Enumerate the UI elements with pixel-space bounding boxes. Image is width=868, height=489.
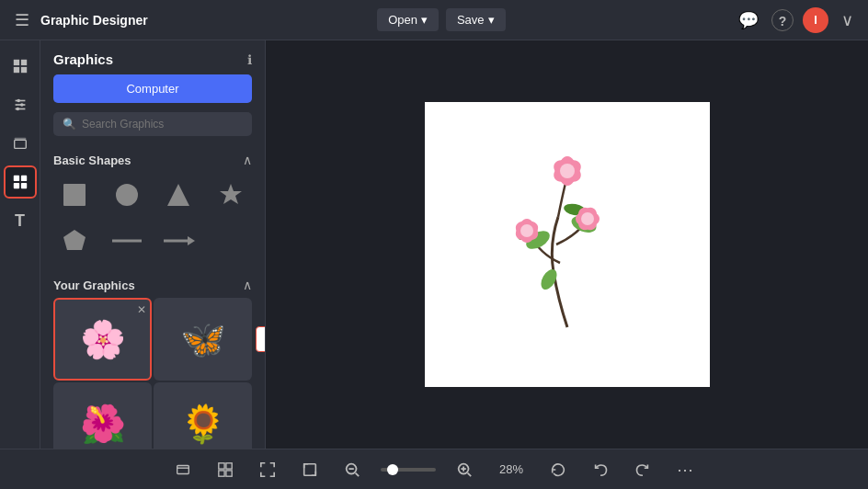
undo-button[interactable] bbox=[587, 458, 614, 482]
svg-rect-12 bbox=[13, 176, 18, 181]
graphics-panel: Graphics ℹ Computer 🔍 Basic Shapes ∧ bbox=[40, 40, 266, 449]
svg-point-17 bbox=[116, 184, 138, 206]
svg-rect-46 bbox=[226, 470, 232, 475]
svg-rect-0 bbox=[13, 60, 18, 65]
panel-title: Graphics bbox=[53, 51, 113, 67]
search-input[interactable] bbox=[82, 118, 243, 131]
more-bottom-button[interactable]: ⋯ bbox=[671, 456, 699, 483]
svg-rect-2 bbox=[13, 67, 18, 73]
svg-rect-1 bbox=[20, 60, 26, 65]
reset-button[interactable] bbox=[544, 458, 572, 482]
shapes-grid bbox=[40, 173, 265, 270]
icon-sidebar: T bbox=[0, 40, 40, 449]
panel-header: Graphics ℹ bbox=[40, 40, 265, 74]
shape-circle[interactable] bbox=[106, 176, 149, 213]
more-options-button[interactable]: ∨ bbox=[838, 6, 857, 34]
svg-rect-45 bbox=[219, 470, 224, 475]
svg-marker-23 bbox=[188, 236, 195, 245]
svg-rect-13 bbox=[20, 176, 26, 181]
svg-point-9 bbox=[16, 108, 19, 111]
svg-point-36 bbox=[520, 224, 533, 237]
shape-star[interactable] bbox=[210, 176, 253, 213]
user-avatar[interactable]: I bbox=[803, 7, 828, 33]
canvas-area bbox=[266, 40, 868, 449]
graphic-item-4[interactable]: 🌻 bbox=[154, 382, 252, 449]
search-bar: 🔍 bbox=[53, 112, 252, 136]
sidebar-icon-sliders[interactable] bbox=[4, 88, 37, 121]
sidebar-icon-text[interactable]: T bbox=[4, 204, 37, 237]
svg-rect-44 bbox=[226, 462, 232, 468]
svg-rect-14 bbox=[13, 183, 18, 188]
topbar-center: Open ▾ Save ▾ bbox=[377, 8, 505, 31]
app-title: Graphic Designer bbox=[40, 13, 148, 28]
shape-arrow[interactable] bbox=[157, 222, 200, 259]
your-graphics-title: Your Graphics bbox=[53, 279, 135, 292]
your-graphics-header: Your Graphics ∧ bbox=[40, 270, 265, 298]
graphic-item-2[interactable]: 🦋 Drag or Double Click bbox=[154, 298, 252, 381]
svg-line-49 bbox=[356, 472, 360, 476]
chat-button[interactable]: 💬 bbox=[735, 6, 762, 34]
shape-line[interactable] bbox=[106, 222, 149, 259]
sidebar-icon-graphics[interactable] bbox=[4, 165, 37, 199]
shape-pentagon[interactable] bbox=[53, 222, 97, 259]
flower-graphic bbox=[475, 143, 659, 346]
text-icon: T bbox=[15, 211, 25, 231]
svg-marker-20 bbox=[63, 230, 86, 250]
topbar: ☰ Graphic Designer Open ▾ Save ▾ 💬 ? I ∨ bbox=[0, 0, 868, 40]
svg-rect-15 bbox=[20, 183, 26, 188]
svg-point-32 bbox=[560, 164, 575, 178]
svg-rect-16 bbox=[63, 184, 86, 206]
topbar-right: 💬 ? I ∨ bbox=[735, 6, 857, 34]
shape-triangle[interactable] bbox=[157, 176, 200, 213]
grid-bottom-button[interactable] bbox=[211, 458, 239, 482]
bottom-bar: 28% ⋯ bbox=[0, 449, 868, 489]
svg-point-7 bbox=[17, 99, 20, 103]
svg-marker-18 bbox=[167, 184, 189, 206]
zoom-value: 28% bbox=[493, 462, 530, 476]
redo-button[interactable] bbox=[629, 458, 657, 482]
svg-rect-43 bbox=[219, 462, 224, 468]
svg-rect-47 bbox=[304, 463, 316, 475]
help-button[interactable]: ? bbox=[771, 9, 794, 31]
zoom-out-button[interactable] bbox=[338, 458, 366, 482]
graphic-emoji-3: 🌺 bbox=[80, 403, 126, 446]
sidebar-icon-layers[interactable] bbox=[4, 127, 37, 160]
resize-button[interactable] bbox=[296, 458, 324, 482]
svg-rect-10 bbox=[14, 140, 26, 148]
shape-square[interactable] bbox=[53, 176, 97, 213]
fit-page-button[interactable] bbox=[254, 458, 281, 482]
sidebar-icon-grid[interactable] bbox=[4, 50, 37, 83]
info-icon[interactable]: ℹ bbox=[247, 52, 252, 67]
zoom-slider[interactable] bbox=[381, 468, 436, 472]
svg-rect-3 bbox=[20, 67, 26, 73]
computer-button[interactable]: Computer bbox=[53, 74, 252, 103]
basic-shapes-title: Basic Shapes bbox=[53, 154, 131, 167]
basic-shapes-header: Basic Shapes ∧ bbox=[40, 145, 265, 173]
save-button[interactable]: Save ▾ bbox=[446, 8, 506, 31]
layers-bottom-button[interactable] bbox=[169, 458, 197, 482]
svg-rect-11 bbox=[14, 138, 26, 141]
svg-rect-41 bbox=[177, 465, 189, 473]
graphic-emoji-2: 🦋 bbox=[180, 318, 226, 361]
svg-line-52 bbox=[468, 472, 472, 476]
main-layout: T Graphics ℹ Computer 🔍 Basic Shapes ∧ bbox=[0, 40, 868, 449]
graphic-item-1[interactable]: 🌸 ✕ bbox=[53, 298, 152, 381]
menu-icon[interactable]: ☰ bbox=[11, 6, 33, 34]
graphic-emoji-1: 🌸 bbox=[80, 318, 126, 361]
open-button[interactable]: Open ▾ bbox=[377, 8, 439, 31]
graphic-delete-1[interactable]: ✕ bbox=[137, 303, 146, 316]
zoom-in-button[interactable] bbox=[451, 458, 478, 482]
svg-point-8 bbox=[20, 103, 24, 107]
graphics-grid: 🌸 ✕ 🦋 Drag or Double Click 🌺 🌻 🌿 � bbox=[40, 298, 265, 449]
collapse-your-graphics[interactable]: ∧ bbox=[243, 278, 252, 292]
topbar-left: ☰ Graphic Designer bbox=[11, 6, 148, 34]
svg-marker-19 bbox=[220, 184, 242, 204]
design-canvas[interactable] bbox=[425, 102, 710, 387]
drag-or-double-click-tooltip: Drag or Double Click bbox=[256, 326, 266, 352]
graphic-item-3[interactable]: 🌺 bbox=[53, 382, 152, 449]
svg-point-40 bbox=[581, 212, 594, 225]
search-icon: 🔍 bbox=[63, 118, 76, 131]
graphic-emoji-4: 🌻 bbox=[180, 403, 226, 446]
collapse-basic-shapes[interactable]: ∧ bbox=[243, 153, 252, 167]
